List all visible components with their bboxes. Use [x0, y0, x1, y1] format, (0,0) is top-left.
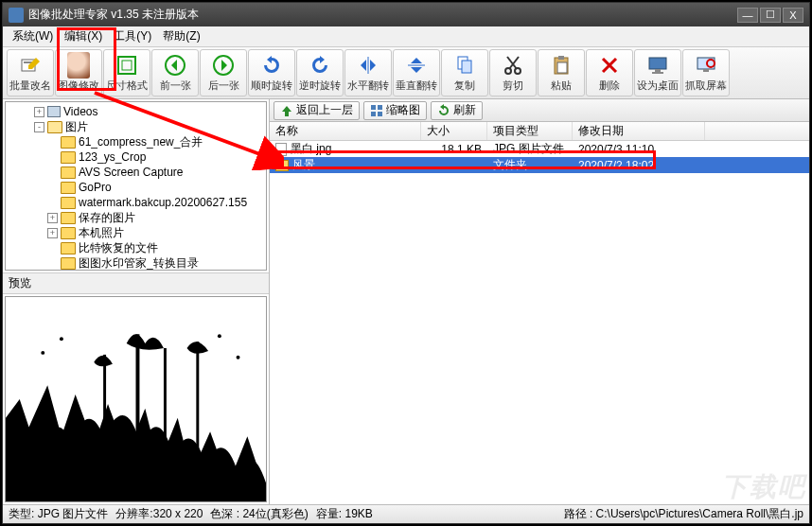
tree-label: GoPro [79, 181, 112, 194]
svg-rect-27 [164, 348, 167, 446]
toolbar-flipv-button[interactable]: 垂直翻转 [393, 49, 440, 96]
tree-item[interactable]: +本机照片 [8, 225, 264, 240]
refresh-button[interactable]: 刷新 [431, 101, 483, 120]
drive-icon [47, 106, 61, 117]
preview-pane [5, 296, 267, 502]
toolbar-label: 设为桌面 [637, 79, 679, 93]
maximize-button[interactable]: ☐ [760, 8, 781, 23]
size-icon [115, 54, 138, 77]
column-header[interactable]: 名称 [270, 122, 421, 140]
del-icon [598, 54, 621, 77]
toolbar-grab-button[interactable]: 抓取屏幕 [682, 49, 730, 96]
list-row[interactable]: 风景文件夹2020/7/2 18:02 [270, 157, 809, 173]
toolbar-label: 顺时旋转 [251, 79, 292, 93]
folder-icon [61, 257, 76, 270]
arrow-up-icon [280, 104, 293, 117]
toolbar-face-button[interactable]: 图像修改 [55, 49, 102, 96]
menu-item-1[interactable]: 编辑(X) [59, 26, 108, 46]
tree-label: 图片 [65, 119, 88, 135]
tree-item[interactable]: 图图水印管家_转换目录 [8, 255, 264, 271]
face-icon [67, 54, 90, 77]
toolbar-fliph-button[interactable]: 水平翻转 [344, 49, 392, 96]
svg-point-33 [237, 356, 240, 359]
toolbar-prev-button[interactable]: 前一张 [151, 49, 199, 96]
tree-item[interactable]: GoPro [8, 180, 264, 195]
file-name: 黑白.jpg [291, 141, 331, 157]
menu-item-3[interactable]: 帮助(Z) [157, 26, 205, 46]
expand-icon[interactable]: + [47, 228, 58, 238]
folder-icon [61, 151, 76, 164]
status-depth-label: 色深 : [210, 507, 239, 520]
up-label: 返回上一层 [296, 102, 353, 118]
toolbar-copy-button[interactable]: 复制 [441, 49, 488, 96]
tree-label: 保存的图片 [79, 210, 135, 226]
svg-rect-21 [652, 72, 663, 74]
tree-item[interactable]: -图片 [8, 119, 264, 134]
tree-item[interactable]: 123_ys_Crop [8, 149, 264, 165]
svg-rect-29 [196, 342, 199, 448]
toolbar-label: 粘贴 [551, 79, 572, 93]
copy-icon [453, 54, 476, 77]
titlebar: 图像批处理专家 v1.35 未注册版本 — ☐ X [3, 3, 809, 26]
folder-icon [61, 197, 76, 209]
column-header[interactable]: 大小 [421, 122, 487, 140]
svg-rect-35 [378, 105, 382, 110]
expand-icon[interactable]: - [34, 122, 44, 132]
tree-item[interactable]: +Videos [8, 104, 264, 119]
toolbar-del-button[interactable]: 删除 [586, 49, 633, 96]
expand-icon[interactable]: + [34, 107, 44, 117]
toolbar-label: 抓取屏幕 [685, 79, 727, 93]
menu-item-0[interactable]: 系统(W) [7, 26, 59, 46]
minimize-button[interactable]: — [737, 8, 758, 23]
tree-label: watermark.bakcup.20200627.155 [79, 196, 247, 209]
thumbs-button[interactable]: 缩略图 [363, 101, 427, 120]
close-button[interactable]: X [783, 8, 803, 23]
expand-icon[interactable]: + [47, 213, 58, 223]
list-row[interactable]: 黑白.jpg18.1 KBJPG 图片文件2020/7/3 11:10 [270, 141, 809, 157]
toolbar-rotcw-button[interactable]: 顺时旋转 [248, 49, 295, 96]
status-res-value: 320 x 220 [153, 507, 203, 520]
toolbar-size-button[interactable]: 尺寸格式 [103, 49, 150, 96]
window-title: 图像批处理专家 v1.35 未注册版本 [28, 7, 737, 23]
folder-tree[interactable]: +Videos-图片61_compress_new_合并123_ys_CropA… [5, 101, 267, 271]
svg-rect-36 [371, 112, 376, 116]
folder-icon [61, 212, 76, 224]
svg-rect-37 [378, 112, 382, 116]
status-type-value: JPG 图片文件 [38, 507, 109, 520]
desk-icon [646, 54, 669, 77]
next-icon [212, 54, 235, 77]
grab-icon [695, 54, 717, 77]
tree-item[interactable]: 比特恢复的文件 [8, 240, 264, 255]
tree-item[interactable]: 61_compress_new_合并 [8, 134, 264, 149]
toolbar-paste-button[interactable]: 粘贴 [538, 49, 585, 96]
file-type: 文件夹 [487, 157, 573, 173]
file-list[interactable]: 黑白.jpg18.1 KBJPG 图片文件2020/7/3 11:10风景文件夹… [270, 141, 809, 504]
tree-label: Videos [63, 105, 97, 118]
paste-icon [550, 54, 573, 77]
status-depth-value: 24位(真彩色) [242, 507, 308, 520]
folder-icon [47, 121, 62, 133]
menu-item-2[interactable]: 工具(Y) [108, 26, 157, 46]
toolbar-desk-button[interactable]: 设为桌面 [634, 49, 681, 96]
svg-rect-28 [103, 355, 106, 443]
thumbs-label: 缩略图 [386, 102, 420, 118]
tree-item[interactable]: AVS Screen Capture [8, 165, 264, 180]
up-button[interactable]: 返回上一层 [274, 101, 360, 120]
tree-label: 61_compress_new_合并 [79, 134, 203, 150]
toolbar-rotccw-button[interactable]: 逆时旋转 [296, 49, 344, 96]
svg-point-31 [60, 337, 63, 341]
cut-icon [502, 54, 524, 77]
tree-item[interactable]: +保存的图片 [8, 210, 264, 225]
svg-rect-15 [558, 56, 564, 60]
flipv-icon [405, 54, 428, 77]
list-header: 名称大小项目类型修改日期 [270, 122, 809, 141]
column-header[interactable]: 项目类型 [487, 122, 573, 140]
folder-icon [275, 160, 289, 171]
svg-rect-3 [122, 61, 132, 70]
toolbar-next-button[interactable]: 后一张 [200, 49, 247, 96]
toolbar-cut-button[interactable]: 剪切 [489, 49, 537, 96]
column-header[interactable]: 修改日期 [573, 122, 705, 140]
folder-icon [61, 136, 76, 149]
tree-item[interactable]: watermark.bakcup.20200627.155 [8, 195, 264, 210]
toolbar-rename-button[interactable]: 批量改名 [7, 49, 54, 96]
